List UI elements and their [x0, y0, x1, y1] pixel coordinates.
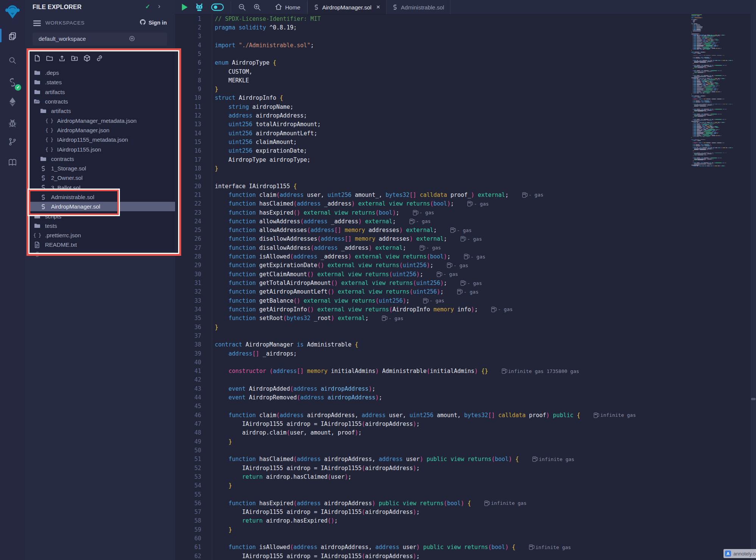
code-line[interactable]: 10struct AirdropInfo { — [175, 94, 691, 102]
code-line[interactable]: 4import "./Administrable.sol"; — [175, 41, 691, 50]
search-icon[interactable] — [0, 53, 25, 68]
scrollbar-thumb[interactable] — [751, 398, 756, 400]
code-line[interactable]: 14 uint256 airdropAmountLeft; — [175, 129, 691, 138]
zoom-in-icon[interactable] — [253, 3, 261, 11]
workspace-ok-check-icon[interactable]: ✓ — [145, 3, 150, 10]
code-line[interactable]: 34 function getAirdropInfo() external vi… — [175, 305, 691, 314]
code-editor[interactable]: 1// SPDX-License-Identifier: MIT2pragma … — [175, 14, 691, 560]
tree-item-contracts[interactable]: contracts — [27, 154, 175, 164]
code-line[interactable]: 27 function disallowAddress(address _add… — [175, 243, 691, 252]
github-signin-button[interactable]: Sign in — [140, 19, 167, 26]
code-line[interactable]: 50 — [175, 446, 691, 455]
copilot-toggle[interactable] — [211, 3, 224, 11]
code-line[interactable]: 18} — [175, 164, 691, 173]
workspace-select[interactable]: default_workspace — [33, 32, 167, 46]
code-line[interactable]: 61 function isAllowed(address airdropAdd… — [175, 543, 691, 552]
run-script-button[interactable] — [182, 4, 188, 11]
code-line[interactable]: 59 } — [175, 525, 691, 534]
file-explorer-icon[interactable] — [0, 29, 25, 44]
workspace-actions-icon[interactable] — [129, 36, 135, 43]
tree-item-airdropmanager-metadata-json[interactable]: { }AirdropManager_metadata.json — [27, 116, 175, 125]
code-line[interactable]: 5 — [175, 50, 691, 58]
code-line[interactable]: 26 function disallowAddresses(address[] … — [175, 235, 691, 243]
tree-item-artifacts[interactable]: artifacts — [27, 106, 175, 116]
create-new-folder-icon[interactable] — [46, 54, 53, 62]
tree-item-airdropmanager-json[interactable]: { }AirdropManager.json — [27, 125, 175, 135]
tree-item-1-storage-sol[interactable]: 1_Storage.sol — [27, 164, 175, 173]
code-line[interactable]: 3 — [175, 32, 691, 41]
code-line[interactable]: 57 IAirdrop1155 airdrop = IAirdrop1155(a… — [175, 508, 691, 517]
tree-item-3-ballot-sol[interactable]: 3_Ballot.sol — [27, 183, 175, 192]
tree-item-airdropmanager-sol[interactable]: AirdropManager.sol — [27, 202, 175, 211]
code-line[interactable]: 21 function claim(address user, uint256 … — [175, 190, 691, 199]
code-line[interactable]: 29 function getExpirationDate() external… — [175, 261, 691, 270]
code-line[interactable]: 44 event AirdropRemoved(address airdropA… — [175, 393, 691, 402]
tab-home[interactable]: Home — [275, 3, 300, 11]
code-line[interactable]: 20interface IAirdrop1155 { — [175, 182, 691, 190]
code-line[interactable]: 31 function getTotalAirdropAmount() exte… — [175, 278, 691, 287]
code-line[interactable]: 8 MERKLE — [175, 76, 691, 85]
code-line[interactable]: 2pragma solidity ^0.8.19; — [175, 23, 691, 32]
zoom-out-icon[interactable] — [238, 3, 246, 11]
code-line[interactable]: 13 uint256 totalAirdropAmount; — [175, 120, 691, 129]
tree-item-iairdrop1155-json[interactable]: { }IAirdrop1155.json — [27, 144, 175, 154]
tree-item--prettierrc-json[interactable]: { }.prettierrc.json — [27, 230, 175, 240]
close-tab-icon[interactable]: × — [376, 3, 380, 11]
code-line[interactable]: 7 CUSTOM, — [175, 67, 691, 76]
tree-item-readme-txt[interactable]: README.txt — [27, 240, 175, 249]
upload-folder-icon[interactable] — [71, 54, 78, 62]
solidity-compiler-icon[interactable]: ✓ — [0, 75, 25, 90]
tree-item[interactable] — [27, 250, 175, 259]
code-line[interactable]: 40 — [175, 358, 691, 367]
tab-airdropmanager-sol[interactable]: AirdropManager.sol× — [307, 0, 387, 14]
panel-expand-chevron-icon[interactable]: › — [158, 2, 160, 10]
code-line[interactable]: 23 function hasExpired() external view r… — [175, 208, 691, 217]
tab-administrable-sol[interactable]: Administrable.sol — [387, 0, 450, 14]
code-line[interactable]: 60 — [175, 534, 691, 543]
external-link-icon[interactable] — [96, 54, 103, 62]
code-line[interactable]: 43 event AirdropAdded(address airdropAdd… — [175, 384, 691, 393]
code-line[interactable]: 32 function getAirdropAmountLeft() exter… — [175, 288, 691, 296]
code-line[interactable]: 30 function getClaimAmount() external vi… — [175, 270, 691, 278]
debugger-icon[interactable] — [0, 116, 25, 131]
code-line[interactable]: 58 return airdrop.hasExpired(); — [175, 517, 691, 525]
code-line[interactable]: 54 } — [175, 481, 691, 490]
minimap[interactable] — [691, 14, 751, 169]
code-line[interactable]: 16 uint256 expirationDate; — [175, 147, 691, 155]
code-line[interactable]: 35 function setRoot(bytes32 _root) exter… — [175, 314, 691, 323]
code-line[interactable]: 49 } — [175, 437, 691, 446]
workspaces-menu-icon[interactable] — [33, 20, 41, 27]
code-line[interactable]: 39 address[] _airdrops; — [175, 349, 691, 358]
code-line[interactable]: 33 function getBalance() external view r… — [175, 296, 691, 305]
code-line[interactable]: 55 — [175, 490, 691, 499]
code-line[interactable]: 25 function allowAddresses(address[] mem… — [175, 226, 691, 235]
plugin-tutorials-icon[interactable] — [0, 155, 25, 170]
remix-logo-icon[interactable] — [0, 3, 25, 20]
tree-item--deps[interactable]: .deps — [27, 68, 175, 77]
tree-item-iairdrop1155-metadata-json[interactable]: { }IAirdrop1155_metadata.json — [27, 135, 175, 144]
code-line[interactable]: 46 function claim(address airdropAddress… — [175, 411, 691, 419]
git-icon[interactable] — [0, 134, 25, 149]
code-line[interactable]: 9} — [175, 85, 691, 94]
code-line[interactable]: 38contract AirdropManager is Administrab… — [175, 340, 691, 349]
code-line[interactable]: 6enum AirdropType { — [175, 59, 691, 67]
tree-item-2-owner-sol[interactable]: 2_Owner.sol — [27, 173, 175, 183]
editor-scrollbar[interactable] — [751, 0, 756, 560]
code-line[interactable]: 22 function hasClaimed(address _address)… — [175, 200, 691, 208]
code-line[interactable]: 12 address airdropAddress; — [175, 111, 691, 120]
code-line[interactable]: 56 function hasExpired(address airdropAd… — [175, 499, 691, 507]
tree-item-scripts[interactable]: scripts — [27, 211, 175, 221]
create-new-file-icon[interactable] — [33, 54, 41, 62]
code-line[interactable]: 48 airdrop.claim(user, amount, proof); — [175, 429, 691, 437]
code-line[interactable]: 42 — [175, 376, 691, 384]
code-line[interactable]: 45 — [175, 402, 691, 411]
code-line[interactable]: 1// SPDX-License-Identifier: MIT — [175, 14, 691, 23]
code-line[interactable]: 24 function allowAddress(address _addres… — [175, 217, 691, 226]
tree-item--states[interactable]: .states — [27, 77, 175, 87]
code-line[interactable]: 52 IAirdrop1155 airdrop = IAirdrop1155(a… — [175, 464, 691, 472]
code-line[interactable]: 28 function isAllowed(address _address) … — [175, 252, 691, 261]
tree-item-artifacts[interactable]: artifacts — [27, 87, 175, 97]
ai-copilot-icon[interactable] — [194, 3, 204, 11]
code-line[interactable]: 11 string airdropName; — [175, 102, 691, 111]
code-line[interactable]: 41 constructor (address[] memory initial… — [175, 367, 691, 376]
